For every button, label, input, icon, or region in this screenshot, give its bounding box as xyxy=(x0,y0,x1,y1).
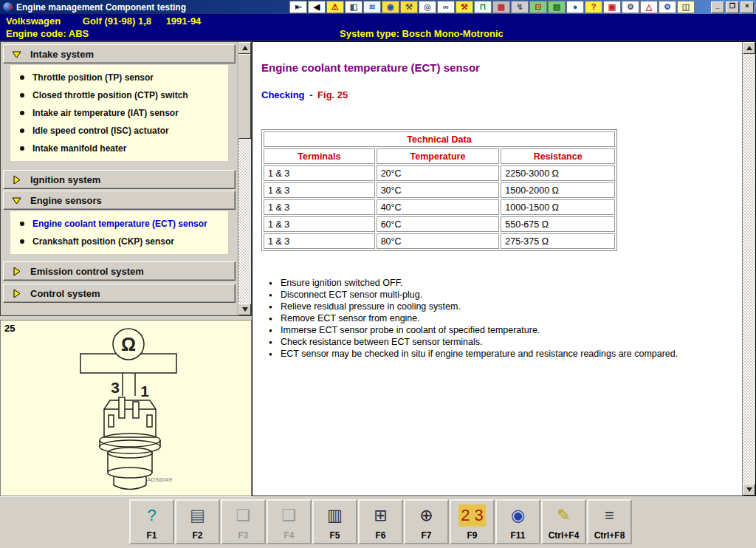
connector-pins-button[interactable]: ⊞ F6 xyxy=(358,499,403,544)
table-title: Technical Data xyxy=(264,131,615,147)
section-engine-sensors[interactable]: Engine sensors xyxy=(3,191,236,210)
procedure-step: Relieve residual pressure in cooling sys… xyxy=(264,301,678,312)
section-control-system[interactable]: Control system xyxy=(3,284,236,303)
button-icon: ❏ xyxy=(280,504,299,527)
contents-icon[interactable]: ◧ xyxy=(345,1,362,13)
scroll-track[interactable] xyxy=(743,54,755,484)
subtitle-separator: - xyxy=(307,89,315,100)
engine-test-icon[interactable]: ⊡ xyxy=(529,1,547,13)
collapsed-arrow-icon xyxy=(11,266,22,277)
adjustment-locations-button[interactable]: ⊕ F7 xyxy=(404,499,449,544)
exhaust-tool-icon[interactable]: ⚒ xyxy=(456,1,473,13)
cell-temperature: 20°C xyxy=(377,165,500,181)
button-icon: ◉ xyxy=(509,504,527,527)
button-key-label: F3 xyxy=(238,530,248,541)
engine-icon[interactable]: ⚙ xyxy=(622,1,639,13)
button-icon: ⊕ xyxy=(417,504,435,527)
vehicle-make: Volkswagen xyxy=(6,16,61,27)
abs-icon[interactable]: ▣ xyxy=(603,1,621,13)
bullet-icon xyxy=(20,146,24,151)
button-key-label: F7 xyxy=(421,530,431,541)
app-icon xyxy=(3,2,13,12)
road-test-icon[interactable]: ≋ xyxy=(363,1,381,13)
first-page-icon[interactable]: ⇤ xyxy=(289,1,307,13)
warning-icon[interactable]: ⚠ xyxy=(326,1,344,13)
back-icon[interactable]: ◀ xyxy=(308,1,326,13)
document-area: Engine coolant temperature (ECT) sensor … xyxy=(252,42,742,496)
scroll-down-button[interactable] xyxy=(743,484,755,496)
procedure-step: Remove ECT sensor from engine. xyxy=(264,312,678,324)
cell-terminals: 1 & 3 xyxy=(264,233,375,249)
tree-item[interactable]: Crankshaft position (CKP) sensor xyxy=(10,233,228,250)
scroll-up-button[interactable] xyxy=(743,42,755,54)
minimize-button[interactable]: _ xyxy=(711,1,724,13)
light-switch-icon[interactable]: ◫ xyxy=(677,1,695,13)
section-emission-control[interactable]: Emission control system xyxy=(3,261,236,281)
close-button[interactable]: × xyxy=(740,1,754,13)
tree-item-label: Crankshaft position (CKP) sensor xyxy=(32,236,174,247)
scroll-thumb[interactable] xyxy=(238,54,251,139)
tree-item[interactable]: Idle speed control (ISC) actuator xyxy=(10,122,228,140)
hazard-car-icon[interactable]: △ xyxy=(640,1,658,13)
engine-management-button[interactable]: 2 3 F9 xyxy=(450,499,495,544)
tree-item[interactable]: Throttle position (TP) sensor xyxy=(10,69,228,86)
mouse-adjust-icon[interactable]: ⚒ xyxy=(400,1,418,13)
prev-figure-button[interactable]: ❏ F3 xyxy=(221,499,266,544)
ect-sensor-diagram: Ω 3 1 ADS6049 xyxy=(8,326,244,493)
help-button[interactable]: ? F1 xyxy=(129,499,174,544)
main-scrollbar[interactable] xyxy=(742,42,755,496)
table-row: 1 & 3 80°C 275-375 Ω xyxy=(264,233,615,249)
bullet-icon xyxy=(20,93,24,97)
restore-button[interactable]: ❐ xyxy=(726,1,739,13)
tree-item[interactable]: Intake manifold heater xyxy=(10,140,228,157)
button-icon: ❏ xyxy=(234,504,253,527)
print-button[interactable]: ▤ F2 xyxy=(175,499,220,544)
section-intake-system[interactable]: Intake system xyxy=(3,44,236,64)
section-ignition-system[interactable]: Ignition system xyxy=(3,170,236,189)
cell-temperature: 60°C xyxy=(377,216,500,232)
button-icon: ≡ xyxy=(602,504,616,527)
expanded-arrow-icon xyxy=(11,49,22,60)
table-row: 1 & 3 30°C 1500-2000 Ω xyxy=(264,182,615,198)
table-column-header: Temperature xyxy=(377,148,500,164)
checking-link[interactable]: Checking xyxy=(261,89,305,100)
wheel-icon[interactable]: ◎ xyxy=(419,1,436,13)
scroll-down-button[interactable] xyxy=(238,304,251,315)
tree-item[interactable]: Intake air temperature (IAT) sensor xyxy=(10,104,228,122)
inspection-icon[interactable]: ∞ xyxy=(437,1,455,13)
table-row: 1 & 3 20°C 2250-3000 Ω xyxy=(264,165,615,181)
tree-item-label: Idle speed control (ISC) actuator xyxy=(32,126,169,136)
scroll-up-button[interactable] xyxy=(238,42,251,54)
procedure-list: Ensure ignition switched OFF. Disconnect… xyxy=(264,277,678,360)
scroll-track[interactable] xyxy=(238,139,251,304)
vehicle-years: 1991-94 xyxy=(166,16,202,27)
cell-terminals: 1 & 3 xyxy=(264,199,375,215)
button-key-label: F2 xyxy=(192,530,202,541)
function-toolbar: ? F1 ▤ F2 ❏ F3 ❏ F4 xyxy=(0,496,756,548)
transmission-icon[interactable]: ⚙ xyxy=(659,1,676,13)
help-vehicle-icon[interactable]: ? xyxy=(585,1,602,13)
dashboard-icon[interactable]: ▦ xyxy=(492,1,510,13)
print-icon[interactable]: ▤ xyxy=(548,1,566,13)
figure-reference: Fig. 25 xyxy=(317,89,348,100)
procedure-step: Immerse ECT sensor probe in coolant of s… xyxy=(264,324,678,336)
spark-plug-icon[interactable]: ↯ xyxy=(511,1,529,13)
tree-item[interactable]: Engine coolant temperature (ECT) sensor xyxy=(10,215,228,233)
index-button[interactable]: ≡ Ctrl+F8 xyxy=(587,499,632,544)
intake-items: Throttle position (TP) sensor Closed thr… xyxy=(10,65,228,161)
locate-component-button[interactable]: ◉ F11 xyxy=(495,499,540,544)
next-figure-button[interactable]: ❏ F4 xyxy=(267,499,312,544)
procedure-step: Ensure ignition switched OFF. xyxy=(264,277,678,289)
timing-icon[interactable]: ◉ xyxy=(382,1,399,13)
function-buttons: ? F1 ▤ F2 ❏ F3 ❏ F4 xyxy=(129,499,632,544)
notes-button[interactable]: ✎ Ctrl+F4 xyxy=(541,499,586,544)
tree-item[interactable]: Closed throttle position (CTP) switch xyxy=(10,86,228,104)
wiring-diagram-button[interactable]: ▥ F5 xyxy=(312,499,357,544)
sidebar-scrollbar[interactable] xyxy=(238,42,251,315)
button-key-label: F5 xyxy=(329,530,340,541)
button-key-label: Ctrl+F4 xyxy=(549,530,580,541)
vehicle-lift-icon[interactable]: ⊓ xyxy=(474,1,492,13)
vehicle-line: Volkswagen Golf (91-98) 1,8 1991-94 xyxy=(6,16,201,27)
procedure-step: Disconnect ECT sensor multi-plug. xyxy=(264,289,678,301)
mouse-icon[interactable]: ● xyxy=(566,1,584,13)
